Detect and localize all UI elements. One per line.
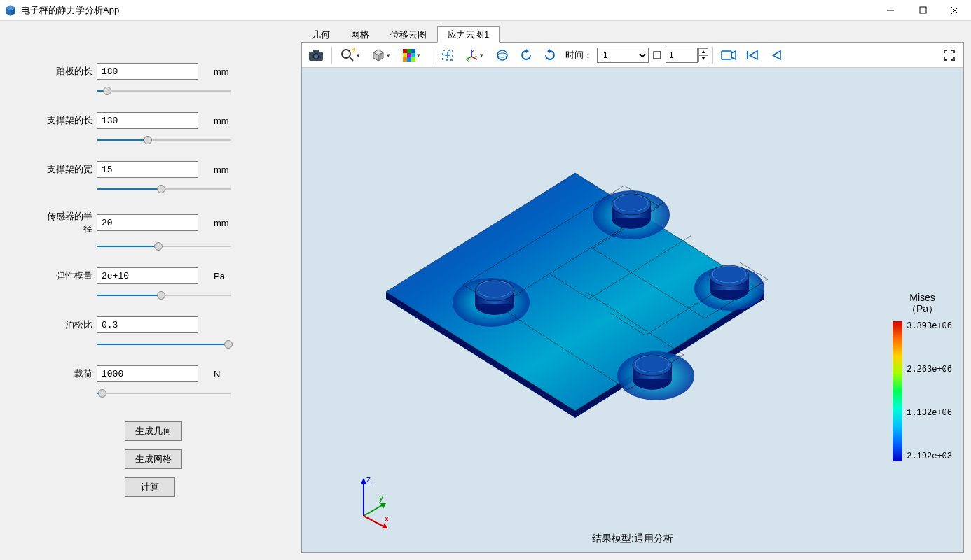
chevron-down-icon: ▾ bbox=[384, 52, 392, 59]
support-length-slider[interactable] bbox=[97, 134, 231, 146]
spin-up-icon[interactable]: ▲ bbox=[698, 48, 708, 55]
time-select[interactable]: 1 bbox=[597, 48, 649, 63]
time-label: 时间： bbox=[565, 49, 593, 62]
legend-tick: 2.192e+03 bbox=[907, 451, 952, 461]
elastic-modulus-slider[interactable] bbox=[97, 290, 231, 301]
legend-tick: 2.263e+06 bbox=[907, 365, 952, 374]
pedal-length-slider[interactable] bbox=[97, 85, 231, 97]
frame-input[interactable] bbox=[666, 48, 698, 63]
result-tabs: 几何 网格 位移云图 应力云图1 bbox=[301, 25, 964, 42]
legend-tick: 1.132e+06 bbox=[907, 408, 952, 418]
svg-text:z: z bbox=[472, 48, 474, 52]
svg-rect-21 bbox=[407, 53, 411, 57]
svg-point-10 bbox=[314, 54, 318, 58]
tab-stress[interactable]: 应力云图1 bbox=[437, 26, 500, 43]
param-label: 支撑架的长 bbox=[42, 114, 97, 127]
color-legend: Mises （Pa） 3.393e+06 2.263e+06 1.132e+06… bbox=[893, 292, 952, 461]
tab-mesh[interactable]: 网格 bbox=[340, 26, 380, 43]
param-unit: mm bbox=[214, 218, 229, 228]
legend-title-2: （Pa） bbox=[907, 303, 938, 314]
sensor-radius-slider[interactable] bbox=[97, 241, 231, 252]
maximize-button[interactable] bbox=[907, 0, 939, 21]
param-label: 传感器的半径 bbox=[42, 210, 97, 235]
elastic-modulus-input[interactable] bbox=[97, 267, 198, 284]
result-canvas[interactable]: z y x Mises （Pa） bbox=[302, 68, 963, 552]
fullscreen-icon[interactable] bbox=[938, 45, 960, 66]
svg-rect-18 bbox=[407, 49, 411, 53]
svg-marker-43 bbox=[750, 51, 757, 59]
rotate-cw-icon[interactable] bbox=[539, 45, 561, 66]
prev-frame-icon[interactable] bbox=[765, 45, 787, 66]
param-label: 支撑架的宽 bbox=[42, 163, 97, 176]
param-unit: mm bbox=[214, 115, 229, 126]
poisson-ratio-slider[interactable] bbox=[97, 339, 231, 350]
svg-text:y: y bbox=[379, 493, 383, 503]
svg-rect-4 bbox=[920, 7, 926, 13]
chevron-down-icon: ▾ bbox=[354, 52, 362, 59]
window-title: 电子秤的静力学分析App bbox=[21, 4, 119, 17]
support-width-input[interactable] bbox=[97, 161, 198, 178]
legend-tick: 3.393e+06 bbox=[907, 321, 952, 331]
param-row: 踏板的长 mm bbox=[42, 63, 263, 80]
fit-view-icon[interactable] bbox=[436, 45, 459, 66]
param-unit: mm bbox=[214, 66, 229, 77]
param-row: 载荷 N bbox=[42, 365, 263, 382]
axis-orientation-icon[interactable]: zyx ▾ bbox=[460, 45, 490, 66]
svg-rect-23 bbox=[403, 57, 407, 62]
viewport-toolbar: ⚡ ▾ ▾ ▾ zyx ▾ bbox=[302, 43, 963, 68]
axis-triad: z y x bbox=[351, 475, 393, 517]
load-slider[interactable] bbox=[97, 388, 231, 399]
stop-icon[interactable] bbox=[650, 45, 664, 66]
svg-marker-44 bbox=[773, 51, 780, 59]
param-row: 泊松比 bbox=[42, 316, 263, 333]
param-label: 踏板的长 bbox=[42, 65, 97, 78]
svg-line-73 bbox=[364, 516, 385, 527]
load-input[interactable] bbox=[97, 365, 198, 382]
svg-marker-41 bbox=[731, 51, 736, 59]
param-unit: mm bbox=[214, 164, 229, 175]
poisson-ratio-input[interactable] bbox=[97, 316, 198, 333]
svg-point-11 bbox=[342, 50, 350, 58]
parameter-panel: 踏板的长 mm 支撑架的长 mm 支撑架的宽 mm 传感器的半径 mm 弹性模量… bbox=[0, 21, 298, 560]
video-camera-icon[interactable] bbox=[717, 45, 740, 66]
svg-marker-68 bbox=[361, 478, 366, 484]
minimize-button[interactable] bbox=[874, 0, 907, 21]
first-frame-icon[interactable] bbox=[741, 45, 764, 66]
legend-title-1: Mises bbox=[909, 292, 935, 303]
zoom-icon[interactable]: ⚡ ▾ bbox=[336, 45, 366, 66]
tab-displacement[interactable]: 位移云图 bbox=[380, 26, 437, 43]
sensor-radius-input[interactable] bbox=[97, 214, 198, 231]
svg-rect-24 bbox=[407, 57, 411, 62]
param-unit: N bbox=[214, 369, 220, 379]
close-button[interactable] bbox=[939, 0, 971, 21]
pedal-length-input[interactable] bbox=[97, 63, 198, 80]
svg-rect-39 bbox=[654, 52, 661, 59]
support-width-slider[interactable] bbox=[97, 183, 231, 195]
param-row: 支撑架的长 mm bbox=[42, 112, 263, 129]
param-label: 弹性模量 bbox=[42, 270, 97, 282]
app-icon bbox=[4, 4, 17, 17]
tab-geometry[interactable]: 几何 bbox=[301, 26, 340, 43]
param-unit: Pa bbox=[214, 271, 225, 281]
viewport-panel: 几何 网格 位移云图 应力云图1 ⚡ ▾ ▾ bbox=[298, 21, 971, 560]
chevron-down-icon: ▾ bbox=[477, 52, 486, 59]
param-label: 载荷 bbox=[42, 368, 97, 380]
model-geometry bbox=[372, 131, 778, 425]
rotate-ccw-icon[interactable] bbox=[515, 45, 537, 66]
view-mode-icon[interactable]: ▾ bbox=[367, 45, 397, 66]
generate-geometry-button[interactable]: 生成几何 bbox=[125, 421, 182, 441]
rotate-icon[interactable] bbox=[491, 45, 514, 66]
camera-icon[interactable] bbox=[305, 45, 327, 66]
generate-mesh-button[interactable]: 生成网格 bbox=[125, 449, 182, 469]
colormap-icon[interactable]: ▾ bbox=[398, 45, 427, 66]
svg-rect-17 bbox=[403, 49, 407, 53]
compute-button[interactable]: 计算 bbox=[125, 477, 175, 497]
svg-marker-38 bbox=[547, 49, 550, 53]
svg-rect-40 bbox=[722, 51, 731, 59]
support-length-input[interactable] bbox=[97, 112, 198, 129]
svg-line-70 bbox=[364, 505, 383, 516]
param-row: 弹性模量 Pa bbox=[42, 267, 263, 284]
svg-text:z: z bbox=[366, 475, 371, 484]
titlebar: 电子秤的静力学分析App bbox=[0, 0, 971, 21]
spin-down-icon[interactable]: ▼ bbox=[698, 55, 708, 62]
